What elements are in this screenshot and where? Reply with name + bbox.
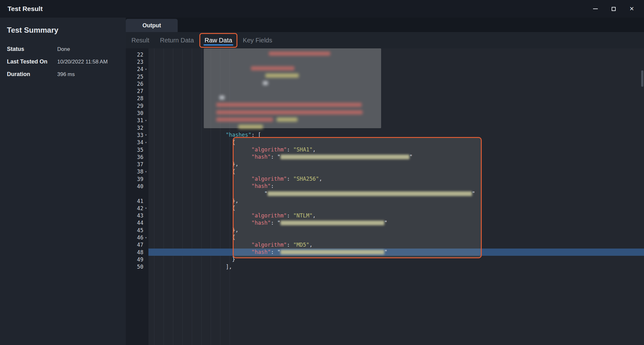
code-line-46: { <box>148 234 644 241</box>
fold-toggle-icon[interactable]: ▾ <box>143 118 148 123</box>
line-number-48: 48 <box>126 249 148 256</box>
line-number: 45 <box>137 227 143 233</box>
fold-toggle-icon[interactable]: ▾ <box>143 140 148 145</box>
fold-toggle-icon[interactable]: ▾ <box>143 236 148 240</box>
redacted-content-blur <box>277 118 297 122</box>
json-token: { <box>232 205 235 211</box>
tab-output[interactable]: Output <box>126 19 178 32</box>
json-token: , <box>313 146 316 153</box>
json-token: { <box>232 139 235 145</box>
line-number-42: 42▾ <box>126 205 148 212</box>
output-panel: Output ResultReturn DataRaw DataKey Fiel… <box>126 18 644 345</box>
line-number-46: 46▾ <box>126 234 148 241</box>
line-number: 49 <box>137 256 143 263</box>
maximize-button[interactable] <box>610 5 617 12</box>
line-number: 25 <box>137 74 143 80</box>
minimize-icon <box>593 8 598 9</box>
line-number: 44 <box>137 220 143 226</box>
line-number-26: 26 <box>126 80 148 87</box>
fold-toggle-icon[interactable]: ▾ <box>143 133 148 137</box>
json-token: " <box>384 249 387 255</box>
line-number-29: 29 <box>126 102 148 109</box>
raw-data-editor[interactable]: 222324▾25262728293031▾3233▾34▾35363738▾3… <box>126 48 644 345</box>
close-icon: ✕ <box>629 6 634 12</box>
code-line-35: "algorithm": "SHA1", <box>148 146 644 153</box>
line-number-33: 33▾ <box>126 131 148 139</box>
line-number-40: 40 <box>126 183 148 190</box>
line-number: 27 <box>137 88 143 94</box>
line-number: 28 <box>137 95 143 101</box>
vertical-scrollbar-thumb[interactable] <box>641 70 643 87</box>
line-number: 50 <box>137 264 143 270</box>
code-line-45: }, <box>148 227 644 234</box>
summary-heading: Test Summary <box>7 26 119 35</box>
line-number: 35 <box>137 147 143 153</box>
line-number: 37 <box>137 161 143 167</box>
subtab-raw-data[interactable]: Raw Data <box>199 33 238 48</box>
line-number: 46 <box>137 234 143 241</box>
window-controls: ✕ <box>592 5 635 12</box>
code-line-37: }, <box>148 161 644 168</box>
summary-label: Duration <box>7 71 57 78</box>
subtab-label: Return Data <box>160 37 194 44</box>
json-token: : " <box>271 220 280 226</box>
line-number-39: 39 <box>126 175 148 183</box>
json-token: " <box>472 190 475 197</box>
code-line-48: "hash": "" <box>148 249 644 256</box>
json-token: : <box>287 212 293 219</box>
code-line-34: { <box>148 139 644 146</box>
line-number: 29 <box>137 103 143 109</box>
code-line-49: } <box>148 256 644 263</box>
redacted-content-blur <box>269 52 330 56</box>
json-token: , <box>313 212 316 219</box>
line-number-35: 35 <box>126 146 148 153</box>
line-number-30: 30 <box>126 109 148 117</box>
json-token: "hash" <box>252 183 271 189</box>
subtab-key-fields[interactable]: Key Fields <box>237 33 277 48</box>
json-token: "hashes" <box>226 132 252 138</box>
test-summary-panel: Test Summary StatusDoneLast Tested On10/… <box>0 18 126 345</box>
json-token: " <box>409 154 413 160</box>
fold-toggle-icon[interactable]: ▾ <box>143 206 148 210</box>
line-number-wrap <box>126 190 148 197</box>
json-token: }, <box>232 227 238 233</box>
line-number: 26 <box>137 81 143 87</box>
summary-value: Done <box>57 46 70 52</box>
fold-toggle-icon[interactable]: ▾ <box>143 67 148 71</box>
summary-row: StatusDone <box>7 46 119 52</box>
json-token: : [ <box>252 132 261 138</box>
subtab-return-data[interactable]: Return Data <box>155 33 199 48</box>
line-number: 38 <box>137 168 143 175</box>
close-button[interactable]: ✕ <box>628 5 635 12</box>
line-number-32: 32 <box>126 124 148 131</box>
minimize-button[interactable] <box>592 5 599 12</box>
json-token: ], <box>226 264 232 270</box>
code-line-43: "algorithm": "NTLM", <box>148 212 644 219</box>
json-token: "hash" <box>252 154 271 160</box>
maximize-icon <box>612 7 616 11</box>
code-line-wrap: "" <box>148 190 644 197</box>
json-token: : " <box>271 249 280 255</box>
subtab-label: Raw Data <box>205 37 232 44</box>
line-number: 24 <box>137 66 143 72</box>
json-token: }, <box>232 161 238 167</box>
redacted-hash-value <box>280 221 384 225</box>
code-area[interactable]: "hashes": [{"algorithm": "SHA1","hash": … <box>148 48 644 345</box>
subtab-result[interactable]: Result <box>126 33 155 48</box>
json-token: , <box>319 176 322 182</box>
json-token: : <box>287 242 293 248</box>
line-number-23: 23 <box>126 58 148 65</box>
line-number: 23 <box>137 59 143 65</box>
line-number-49: 49 <box>126 256 148 263</box>
code-line-36: "hash": "" <box>148 153 644 161</box>
subtab-label: Result <box>131 37 149 44</box>
json-token: "algorithm" <box>252 242 287 248</box>
line-number-45: 45 <box>126 227 148 234</box>
redacted-content-blur <box>219 96 225 100</box>
redacted-hash-value <box>280 155 409 159</box>
json-token: "hash" <box>252 249 271 255</box>
fold-toggle-icon[interactable]: ▾ <box>143 170 148 174</box>
code-line-39: "algorithm": "SHA256", <box>148 175 644 183</box>
active-tab-underline <box>203 44 234 46</box>
redacted-content-blur <box>265 74 299 78</box>
